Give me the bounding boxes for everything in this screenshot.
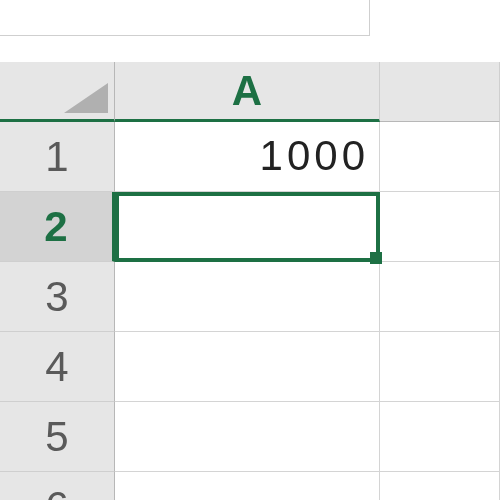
- cell-A6[interactable]: [115, 472, 380, 500]
- cell-A2[interactable]: [115, 192, 380, 262]
- column-header-B[interactable]: [380, 62, 500, 122]
- cell-B2[interactable]: [380, 192, 500, 262]
- formula-bar[interactable]: [0, 0, 370, 36]
- row-header-5[interactable]: 5: [0, 402, 115, 472]
- cell-A3[interactable]: [115, 262, 380, 332]
- cell-B4[interactable]: [380, 332, 500, 402]
- cell-A1[interactable]: 1000: [115, 122, 380, 192]
- row-header-6[interactable]: 6: [0, 472, 115, 500]
- row-header-2[interactable]: 2: [0, 192, 115, 262]
- cell-A4[interactable]: [115, 332, 380, 402]
- select-all-corner[interactable]: [0, 62, 115, 122]
- row-header-3[interactable]: 3: [0, 262, 115, 332]
- cell-B1[interactable]: [380, 122, 500, 192]
- cell-B6[interactable]: [380, 472, 500, 500]
- cell-B3[interactable]: [380, 262, 500, 332]
- row-header-4[interactable]: 4: [0, 332, 115, 402]
- cell-B5[interactable]: [380, 402, 500, 472]
- cell-A5[interactable]: [115, 402, 380, 472]
- spreadsheet-grid: A 1 1000 2 3 4 5 6: [0, 62, 500, 500]
- row-header-1[interactable]: 1: [0, 122, 115, 192]
- column-header-A[interactable]: A: [115, 62, 380, 122]
